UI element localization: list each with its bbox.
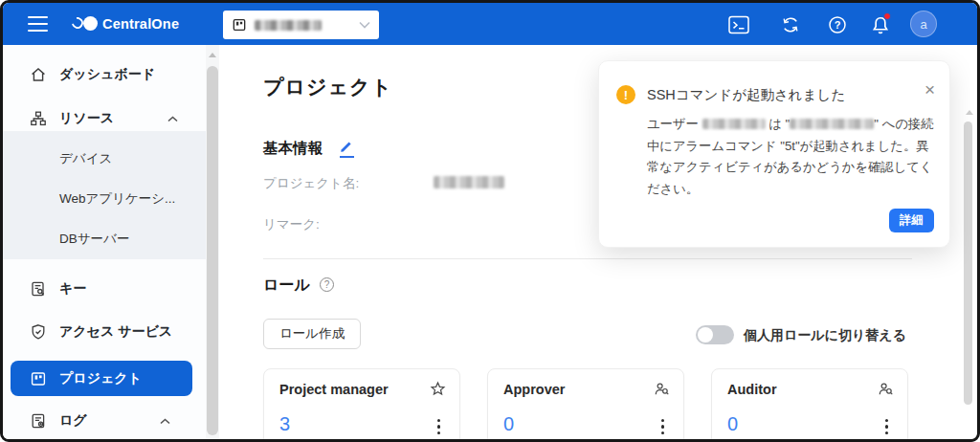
chevron-up-icon — [160, 418, 170, 425]
role-card-approver[interactable]: Approver 0 — [487, 368, 684, 442]
log-icon — [30, 412, 47, 430]
sidebar-item-dashboard[interactable]: ダッシュボード — [3, 58, 199, 91]
edit-basic-info-button[interactable] — [340, 140, 356, 158]
basic-info-heading: 基本情報 — [263, 139, 323, 159]
role-card-project-manager[interactable]: Project manager 3 — [263, 368, 460, 442]
svg-text:?: ? — [835, 19, 841, 31]
sidebar-item-label: アクセス サービス — [59, 323, 172, 341]
role-name: Auditor — [727, 382, 777, 397]
warning-icon: ! — [616, 85, 635, 104]
sidebar-item-projects[interactable]: プロジェクト — [11, 361, 192, 396]
kebab-menu-icon[interactable] — [883, 417, 890, 436]
user-search-icon — [878, 381, 894, 397]
section-divider — [263, 258, 912, 259]
roles-help-icon[interactable]: ? — [320, 277, 334, 292]
sidebar-item-label: ログ — [59, 412, 87, 430]
centralone-logo-icon — [72, 15, 97, 33]
role-card-auditor[interactable]: Auditor 0 — [711, 368, 908, 442]
role-member-count-link[interactable]: 3 — [279, 413, 290, 435]
ssh-alert-toast: ! SSHコマンドが起動されました × ユーザー は "" への接続中にアラーム… — [598, 60, 950, 248]
sidebar-item-logs[interactable]: ログ — [3, 405, 199, 437]
sidebar-item-label: Webアプリケーシ... — [59, 190, 175, 208]
shield-check-icon — [30, 323, 47, 341]
resources-icon — [30, 110, 47, 127]
role-name: Approver — [503, 382, 565, 397]
scroll-up-arrow-icon[interactable] — [209, 53, 216, 57]
sidebar-item-db-servers[interactable]: DBサーバー — [3, 223, 199, 255]
sidebar-item-label: プロジェクト — [59, 370, 142, 387]
detail-button[interactable]: 詳細 — [889, 209, 934, 232]
role-member-count-link[interactable]: 0 — [503, 413, 514, 435]
notification-badge — [883, 12, 891, 20]
sidebar-scrollbar-thumb[interactable] — [207, 66, 218, 435]
avatar[interactable]: a — [910, 11, 937, 37]
sidebar-item-label: キー — [59, 280, 86, 298]
user-search-icon — [654, 381, 670, 397]
pencil-icon — [340, 140, 353, 153]
role-name: Project manager — [279, 382, 389, 397]
star-icon — [430, 381, 446, 397]
project-name-label: プロジェクト名: — [263, 175, 359, 192]
username-redacted — [702, 119, 766, 129]
hostname-redacted — [790, 119, 874, 129]
personal-roles-toggle[interactable] — [696, 325, 734, 344]
kebab-menu-icon[interactable] — [435, 417, 442, 436]
page-title: プロジェクト — [263, 74, 392, 100]
sidebar-scrollbar[interactable] — [206, 45, 219, 439]
refresh-icon[interactable] — [780, 15, 801, 34]
toast-body: ユーザー は "" への接続中にアラームコマンド "5t"が起動されました。異常… — [647, 114, 936, 200]
close-icon[interactable]: × — [924, 80, 935, 99]
key-icon — [30, 280, 47, 298]
sidebar-item-label: DBサーバー — [59, 231, 129, 248]
content-scrollbar-thumb[interactable] — [964, 122, 972, 405]
hamburger-menu-icon[interactable] — [28, 16, 48, 32]
kebab-menu-icon[interactable] — [659, 417, 666, 436]
toggle-knob — [698, 327, 713, 343]
sidebar-item-web-applications[interactable]: Webアプリケーシ... — [3, 183, 199, 215]
project-board-icon — [232, 17, 247, 33]
sidebar-item-label: ダッシュボード — [59, 66, 155, 83]
scroll-up-arrow-icon[interactable] — [966, 110, 973, 115]
toast-body-text: は " — [766, 117, 791, 131]
create-role-button[interactable]: ロール作成 — [263, 319, 361, 349]
project-board-icon — [30, 370, 47, 387]
personal-roles-toggle-label: 個人用ロールに切り替える — [744, 327, 906, 344]
sidebar-item-devices[interactable]: デバイス — [3, 143, 199, 175]
terminal-icon[interactable] — [728, 15, 749, 34]
selected-project-name-redacted — [255, 20, 322, 31]
role-member-count-link[interactable]: 0 — [727, 413, 738, 435]
roles-heading: ロール — [263, 276, 310, 296]
sidebar-item-resources[interactable]: リソース — [3, 102, 199, 135]
sidebar: ダッシュボード リソース デバイス Webアプリケーシ... DBサーバー — [3, 45, 206, 439]
sidebar-item-access-services[interactable]: アクセス サービス — [3, 316, 199, 348]
home-icon — [30, 66, 47, 83]
sidebar-item-label: リソース — [59, 110, 114, 127]
app-window: CentralOne — [0, 0, 980, 442]
toast-body-text: ユーザー — [647, 117, 702, 131]
sidebar-item-label: デバイス — [59, 150, 112, 167]
chevron-up-icon — [167, 116, 178, 122]
chevron-down-icon — [359, 21, 370, 29]
remark-label: リマーク: — [263, 216, 320, 233]
top-bar: CentralOne — [3, 3, 977, 45]
project-name-value-redacted — [434, 176, 504, 188]
brand-name: CentralOne — [102, 16, 179, 32]
help-icon[interactable]: ? — [827, 15, 848, 34]
project-selector-dropdown[interactable] — [223, 11, 379, 39]
toast-title: SSHコマンドが起動されました — [647, 86, 845, 104]
sidebar-item-keys[interactable]: キー — [3, 273, 199, 305]
